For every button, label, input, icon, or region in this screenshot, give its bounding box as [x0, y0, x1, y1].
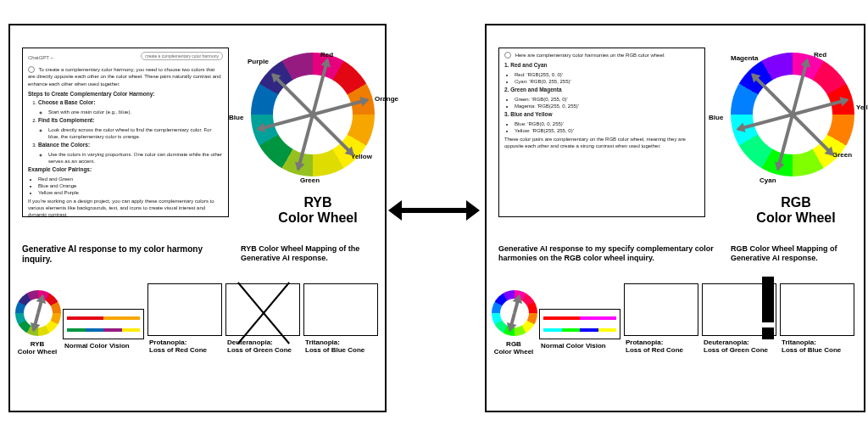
lbl-yellow: Yellow	[856, 104, 868, 111]
pair-red-green: Red and Green	[38, 176, 223, 182]
lbl-orange: Orange	[375, 95, 398, 103]
thumb-prot-lbl: Protanopia: Loss of Red Cone	[149, 339, 207, 355]
thumb-tritanopia-left	[303, 283, 378, 336]
rgb-l1a: Red: 'RGB(255, 0, 0)'	[515, 71, 699, 78]
step2-body: Look directly across the color wheel to …	[48, 126, 223, 140]
pairings-heading: Example Color Pairings:	[28, 166, 92, 172]
step1-title: Choose a Base Color:	[38, 99, 96, 105]
chat-intro: To create a complementary color harmony,…	[28, 67, 221, 87]
rgb-l3b: Yellow: 'RGB(255, 255, 0)'	[515, 127, 699, 134]
rgb-h1: 1. Red and Cyan	[504, 62, 548, 68]
thumb-normal-lbl: Normal Color Vision	[541, 343, 606, 350]
right-caption-2: RGB Color Wheel Mapping of Generative AI…	[731, 244, 866, 263]
ryb-chat-box: ChatGPT ~ create a complementary color h…	[22, 48, 229, 217]
left-caption-1: Generative AI response to my color harmo…	[22, 244, 227, 265]
chat-app-name: ChatGPT ~	[28, 55, 53, 60]
thumb-deuteranopia-left	[225, 283, 300, 336]
rgb-chat-box: Here are complementary color harmonies o…	[498, 48, 705, 217]
rgb-h2: 2. Green and Magenta	[504, 87, 562, 92]
rgb-h3: 3. Blue and Yellow	[504, 111, 553, 117]
lbl-blue: Blue	[229, 114, 243, 121]
thumb-normal-right	[539, 309, 620, 339]
rgb-chat-outro: These color pairs are complementary on t…	[504, 137, 686, 148]
lbl-magenta: Magenta	[731, 54, 758, 62]
compare-arrow-icon	[390, 200, 478, 221]
pair-blue-orange: Blue and Orange	[38, 182, 223, 189]
chat-prompt-pill: create a complementary color harmony	[141, 52, 223, 60]
step1-body: Start with one main color (e.g., blue).	[48, 109, 223, 115]
thumb-prot-lbl: Protanopia: Loss of Red Cone	[626, 339, 683, 355]
rgb-l3a: Blue: 'RGB(0, 0, 255)'	[515, 120, 699, 127]
thumb-trit-lbl: Tritanopia: Loss of Blue Cone	[782, 339, 841, 355]
thumb-normal-left	[63, 309, 144, 339]
mini-wheel-label: RGB Color Wheel	[490, 341, 537, 356]
lbl-purple: Purple	[248, 58, 269, 65]
step3-title: Balance the Colors:	[38, 142, 90, 148]
ryb-wheel: Red Orange Yellow Green Blue Purple	[251, 53, 375, 176]
right-caption-1: Generative AI response to my specify com…	[498, 244, 715, 263]
left-caption-2: RYB Color Wheel Mapping of the Generativ…	[241, 244, 383, 263]
ryb-wheel-title: RYB Color Wheel	[263, 195, 373, 225]
assistant-icon	[28, 66, 35, 73]
thumb-protanopia-left	[147, 283, 222, 336]
steps-heading: Steps to Create Complementary Color Harm…	[28, 91, 155, 97]
thumb-deut-lbl: Deuteranopia: Loss of Green Cone	[227, 339, 292, 355]
mini-wheel-label: RYB Color Wheel	[14, 341, 61, 356]
thumb-normal-lbl: Normal Color Vision	[64, 343, 130, 350]
rgb-chat-intro: Here are complementary color harmonies o…	[515, 53, 665, 58]
thumb-protanopia-right	[624, 283, 698, 336]
lbl-cyan: Cyan	[760, 176, 776, 184]
rgb-l2a: Green: 'RGB(0, 255, 0)'	[515, 96, 699, 103]
thumb-deut-lbl: Deuteranopia: Loss of Green Cone	[704, 339, 768, 355]
lbl-red: Red	[814, 51, 826, 59]
rgb-wheel: Red Yellow Green Cyan Blue Magenta	[731, 53, 854, 176]
step2-title: Find Its Complement:	[38, 117, 94, 123]
left-panel: ChatGPT ~ create a complementary color h…	[8, 24, 387, 412]
lbl-blue: Blue	[709, 114, 723, 121]
ryb-mini-wheel	[15, 290, 61, 336]
rgb-l2b: Magenta: 'RGB(255, 0, 255)'	[515, 103, 699, 109]
chat-outro: If you're working on a design project, y…	[28, 199, 214, 217]
thumb-trit-lbl: Tritanopia: Loss of Blue Cone	[305, 339, 364, 355]
figure-stage: ChatGPT ~ create a complementary color h…	[0, 0, 868, 431]
rgb-wheel-title: RGB Color Wheel	[741, 195, 851, 225]
right-panel: Here are complementary color harmonies o…	[485, 24, 865, 412]
step3-body: Use the colors in varying proportions. O…	[48, 151, 223, 165]
thumb-tritanopia-right	[780, 283, 854, 336]
exclamation-icon	[762, 277, 774, 339]
lbl-green: Green	[300, 176, 320, 184]
rgb-mini-wheel	[492, 290, 537, 336]
assistant-icon	[504, 52, 511, 59]
rgb-l1b: Cyan: 'RGB(0, 255, 255)'	[515, 78, 699, 85]
chat-body: To create a complementary color harmony,…	[28, 66, 223, 217]
pair-yellow-purple: Yellow and Purple	[38, 189, 223, 196]
